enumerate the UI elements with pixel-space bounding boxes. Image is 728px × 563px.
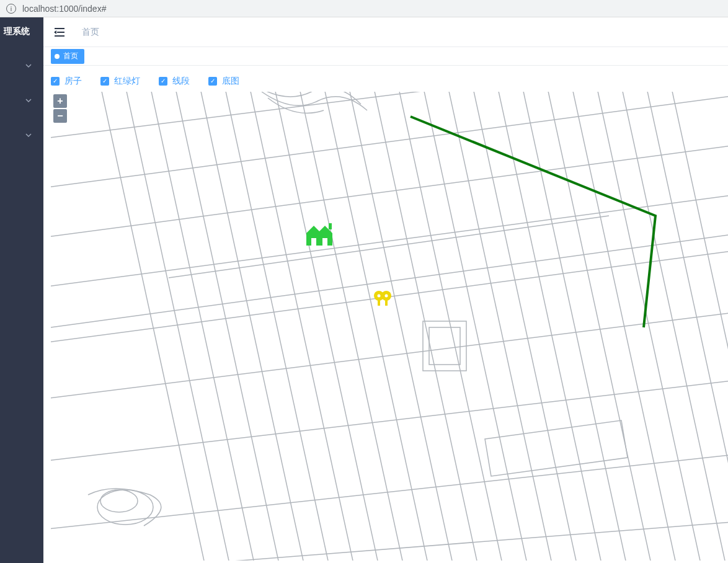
tab-home[interactable]: 首页 — [51, 49, 84, 64]
zoom-in-button[interactable]: + — [53, 94, 67, 108]
tab-label: 首页 — [63, 51, 78, 61]
checkbox-icon: ✓ — [51, 77, 60, 86]
house-marker-icon[interactable] — [304, 222, 336, 247]
layer-toggle-line[interactable]: ✓ 线段 — [159, 76, 190, 87]
menu-toggle-button[interactable] — [52, 25, 67, 40]
menu-collapse-icon — [53, 27, 66, 38]
layer-label: 房子 — [64, 76, 82, 87]
zoom-controls: + − — [53, 94, 67, 124]
breadcrumb: 首页 — [82, 27, 99, 38]
svg-rect-7 — [329, 223, 332, 229]
layer-toggle-basemap[interactable]: ✓ 底图 — [208, 76, 239, 87]
url-text: localhost:1000/index# — [22, 4, 106, 14]
layer-label: 底图 — [222, 76, 239, 87]
chevron-down-icon — [25, 131, 32, 139]
basemap-layer — [51, 92, 728, 561]
svg-point-12 — [378, 295, 381, 298]
sidebar: 理系统 — [0, 17, 43, 563]
svg-rect-10 — [378, 299, 380, 306]
layer-label: 红绿灯 — [114, 76, 140, 87]
content-area: ✓ 房子 ✓ 红绿灯 ✓ 线段 ✓ 底图 + — [43, 66, 728, 563]
map-canvas[interactable]: + − — [51, 92, 728, 561]
checkbox-icon: ✓ — [208, 77, 217, 86]
tabs-bar: 首页 — [43, 47, 728, 66]
info-icon: i — [6, 4, 16, 14]
layer-toggle-traffic-light[interactable]: ✓ 红绿灯 — [100, 76, 140, 87]
checkbox-icon: ✓ — [159, 77, 167, 86]
chevron-down-icon — [25, 97, 32, 104]
tab-active-dot-icon — [55, 54, 60, 59]
chevron-down-icon — [25, 62, 32, 69]
layer-controls: ✓ 房子 ✓ 红绿灯 ✓ 线段 ✓ 底图 — [51, 76, 728, 87]
svg-point-13 — [385, 295, 388, 298]
layer-label: 线段 — [172, 76, 190, 87]
layer-toggle-house[interactable]: ✓ 房子 — [51, 76, 82, 87]
checkbox-icon: ✓ — [100, 77, 109, 86]
svg-rect-11 — [385, 299, 388, 306]
topbar: 首页 — [43, 17, 728, 47]
sidebar-item-1[interactable] — [0, 83, 43, 118]
svg-rect-4 — [429, 327, 460, 365]
sidebar-item-0[interactable] — [0, 48, 43, 83]
zoom-out-button[interactable]: − — [53, 109, 67, 123]
traffic-light-marker-icon[interactable] — [373, 290, 392, 306]
browser-address-bar: i localhost:1000/index# — [0, 0, 728, 17]
sidebar-item-2[interactable] — [0, 118, 43, 153]
app-title: 理系统 — [0, 26, 43, 48]
svg-point-6 — [100, 490, 138, 512]
svg-point-5 — [97, 490, 153, 525]
